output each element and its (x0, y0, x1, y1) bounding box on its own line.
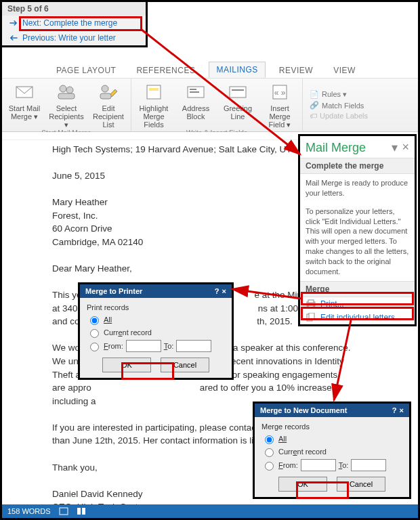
ok-button[interactable]: OK (102, 358, 151, 372)
help-icon[interactable]: ? (392, 406, 397, 414)
svg-rect-10 (190, 91, 199, 93)
opt-current-2[interactable]: Current record (261, 446, 402, 457)
opt-all-2[interactable]: All (261, 433, 402, 444)
opt-all-label-2: All (278, 435, 287, 443)
select-recipients-label: Select Recipients ▾ (48, 104, 85, 129)
merge-to-new-doc-titlebar[interactable]: Merge to New Document ?× (255, 404, 409, 417)
spellcheck-icon[interactable] (59, 507, 68, 515)
edit-letters-label: Edit individual letters... (320, 313, 402, 322)
greeting-line-button[interactable]: Greeting Line (219, 81, 256, 129)
close-icon[interactable]: × (222, 287, 226, 295)
match-fields-button[interactable]: 🔗Match Fields (310, 101, 368, 110)
update-labels-label: Update Labels (320, 112, 368, 120)
to-input[interactable] (176, 340, 211, 352)
word-count[interactable]: 158 WORDS (7, 507, 51, 515)
highlight-icon (143, 81, 165, 103)
from-input[interactable] (126, 340, 161, 352)
radio-all-2[interactable] (265, 435, 274, 444)
task-pane-title-bar: Mail Merge ▾ × (300, 136, 415, 158)
tab-references[interactable]: REFERENCES (129, 63, 202, 78)
match-icon: 🔗 (310, 101, 319, 110)
task-pane-edit-letters-link[interactable]: Edit individual letters... (300, 311, 415, 324)
merge-to-printer-title: Merge to Printer (85, 287, 142, 295)
task-pane-body2: To personalize your letters, click "Edit… (300, 202, 415, 281)
task-pane-section-complete: Complete the merge (300, 158, 415, 174)
ok-button-2[interactable]: OK (278, 477, 327, 492)
close-icon[interactable]: × (402, 140, 409, 155)
radio-current-2[interactable] (265, 448, 274, 457)
svg-rect-7 (149, 88, 159, 91)
documents-icon (306, 313, 316, 322)
svg-rect-6 (147, 85, 161, 99)
envelope-icon (14, 81, 35, 103)
start-mail-merge-button[interactable]: Start Mail Merge ▾ (6, 81, 43, 129)
opt-from[interactable]: From: To: (87, 340, 225, 352)
task-pane-title: Mail Merge (306, 141, 366, 155)
tab-view[interactable]: VIEW (327, 63, 362, 78)
tab-mailings[interactable]: MAILINGS (209, 62, 265, 78)
dropdown-icon[interactable]: ▾ (392, 140, 398, 155)
to-input-2[interactable] (351, 459, 386, 471)
radio-from[interactable] (90, 343, 99, 351)
print-label: Print... (320, 299, 344, 309)
close-icon[interactable]: × (400, 406, 404, 414)
from-label-2: From: (278, 461, 298, 469)
opt-current-label: Current record (104, 328, 152, 337)
help-icon[interactable]: ? (215, 287, 219, 295)
opt-from-2[interactable]: From: To: (261, 459, 402, 471)
printer-icon (306, 299, 316, 309)
select-recipients-button[interactable]: Select Recipients ▾ (48, 81, 85, 129)
tab-page-layout[interactable]: PAGE LAYOUT (49, 63, 123, 78)
merge-records-label: Merge records (261, 422, 402, 431)
insert-field-icon: « » (269, 81, 291, 103)
radio-all[interactable] (90, 316, 99, 325)
svg-rect-5 (100, 93, 111, 99)
address-block-button[interactable]: Address Block (177, 81, 214, 129)
rules-button[interactable]: 📄Rules ▾ (310, 90, 368, 99)
svg-rect-12 (232, 89, 244, 91)
svg-rect-9 (190, 89, 196, 90)
svg-point-4 (102, 85, 108, 92)
view-icon[interactable] (77, 507, 86, 515)
merge-to-printer-dialog: Merge to Printer ?× Print records All Cu… (78, 282, 234, 380)
ribbon-tabs: PAGE LAYOUT REFERENCES MAILINGS REVIEW V… (2, 61, 418, 78)
rules-label: Rules ▾ (322, 90, 347, 99)
merge-to-printer-titlebar[interactable]: Merge to Printer ?× (80, 284, 232, 298)
opt-all-label: All (104, 316, 112, 324)
opt-current[interactable]: Current record (87, 327, 225, 338)
wizard-step-box: Step 5 of 6 Next: Complete the merge Pre… (2, 2, 148, 47)
greeting-icon (227, 81, 249, 103)
task-pane-section-merge: Merge (300, 281, 415, 297)
svg-rect-19 (309, 313, 314, 320)
status-bar: 158 WORDS (2, 504, 418, 518)
print-records-label: Print records (87, 303, 225, 311)
insert-merge-field-label: Insert Merge Field ▾ (261, 104, 298, 129)
doc-para2d: are approared to offer you a 10% increas… (52, 381, 414, 395)
app-frame: Step 5 of 6 Next: Complete the merge Pre… (0, 0, 420, 520)
svg-point-2 (66, 87, 73, 93)
task-pane-body1: Mail Merge is ready to produce your lett… (300, 174, 415, 202)
edit-recipient-list-label: Edit Recipient List (90, 104, 127, 129)
radio-current[interactable] (90, 329, 99, 338)
svg-point-1 (60, 85, 66, 92)
cancel-button[interactable]: Cancel (161, 358, 209, 372)
edit-list-icon (98, 81, 119, 103)
to-label: To: (164, 342, 174, 350)
task-pane-print-link[interactable]: Print... (300, 297, 415, 311)
wizard-prev-link[interactable]: Previous: Write your letter (2, 30, 146, 45)
wizard-next-link[interactable]: Next: Complete the merge (2, 16, 146, 30)
wizard-prev-label: Previous: Write your letter (22, 33, 116, 43)
radio-from-2[interactable] (265, 462, 274, 471)
cancel-button-2[interactable]: Cancel (337, 477, 385, 492)
edit-recipient-list-button[interactable]: Edit Recipient List (90, 81, 127, 129)
highlight-merge-fields-button[interactable]: Highlight Merge Fields (135, 81, 172, 129)
ribbon-group-start: Start Mail Merge ▾ Select Recipients ▾ E… (2, 79, 131, 131)
from-input-2[interactable] (301, 459, 336, 471)
insert-merge-field-button[interactable]: « » Insert Merge Field ▾ (261, 81, 298, 129)
opt-all[interactable]: All (87, 314, 225, 325)
svg-rect-17 (308, 305, 314, 308)
svg-rect-24 (77, 508, 81, 515)
address-block-icon (185, 81, 207, 103)
svg-text:« »: « » (274, 88, 286, 98)
tab-review[interactable]: REVIEW (272, 63, 320, 78)
